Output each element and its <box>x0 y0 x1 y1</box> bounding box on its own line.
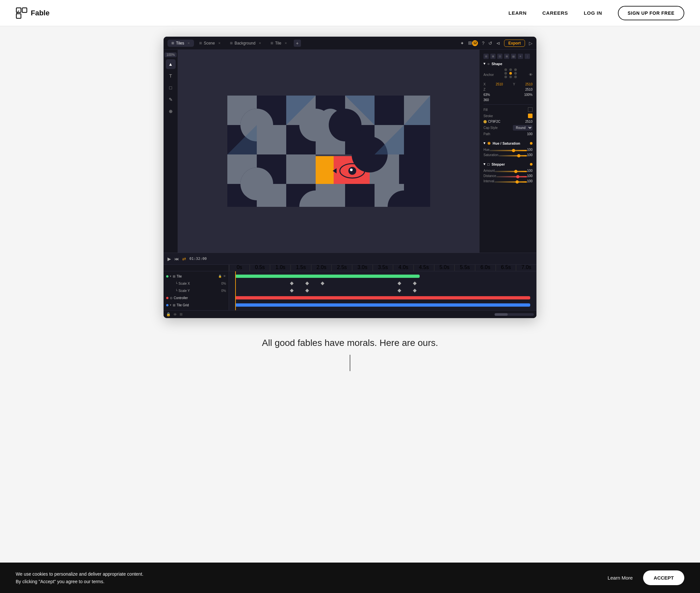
anchor-dot-tl[interactable] <box>504 68 507 71</box>
sat-thumb[interactable] <box>517 154 521 157</box>
playhead[interactable] <box>235 271 236 310</box>
hue-label: Hue <box>484 148 489 152</box>
align-right-icon[interactable]: ⊡ <box>497 54 502 59</box>
cap-style-select[interactable]: Round <box>513 125 533 130</box>
rectangle-tool[interactable]: □ <box>166 83 176 93</box>
hue-slider[interactable] <box>489 150 527 151</box>
skip-back-button[interactable]: ⏮ <box>174 256 179 262</box>
align-center-icon[interactable]: ⊠ <box>490 54 496 59</box>
add-tab-button[interactable]: + <box>294 40 301 47</box>
scroll-bar[interactable] <box>495 313 534 316</box>
diamond-scaley-1[interactable] <box>290 289 293 292</box>
distance-thumb[interactable] <box>516 175 520 179</box>
hue-value[interactable]: 100 <box>527 148 533 152</box>
diamond-scalex-3[interactable] <box>321 281 324 285</box>
diamond-scalex-4[interactable] <box>398 281 401 285</box>
text-tool[interactable]: T <box>166 71 176 81</box>
zoom-indicator[interactable]: 100% <box>165 52 177 57</box>
lock-icon[interactable]: 🔒 <box>166 312 171 316</box>
fill-swatch[interactable] <box>528 107 533 112</box>
track-ctrl1-bar[interactable] <box>235 296 530 300</box>
nav-learn[interactable]: LEARN <box>509 10 527 16</box>
distance-slider[interactable] <box>496 176 527 177</box>
nav-login[interactable]: LOG IN <box>584 10 602 16</box>
scale-value[interactable]: 100% <box>524 93 533 96</box>
svg-rect-1 <box>22 8 27 12</box>
timeline-grid-icon[interactable]: ⊞ <box>179 312 182 316</box>
diamond-scaley-4[interactable] <box>413 289 416 292</box>
amount-value[interactable]: 100 <box>527 169 533 172</box>
track-tilegrid-bar[interactable] <box>235 303 530 307</box>
tab-background[interactable]: ⊞ Background ✕ <box>226 40 265 47</box>
stroke-width-value[interactable]: 2510 <box>525 120 533 123</box>
amount-thumb[interactable] <box>514 170 518 173</box>
y-value[interactable]: 2510 <box>525 82 533 86</box>
diamond-scaley-2[interactable] <box>305 289 309 292</box>
loop-button[interactable]: ⇄ <box>182 256 186 262</box>
play-button[interactable]: ▶ <box>167 256 171 262</box>
align-left-icon[interactable]: ⊟ <box>484 54 489 59</box>
tab-tile[interactable]: ⊞ Tile ✕ <box>266 40 291 47</box>
scroll-thumb[interactable] <box>495 313 508 316</box>
interval-value[interactable]: 100 <box>527 179 533 183</box>
path-value[interactable]: 100 <box>527 132 533 136</box>
diamond-scalex-1[interactable] <box>290 281 293 285</box>
tab-tile-close[interactable]: ✕ <box>285 42 287 45</box>
timeline-bottom: 🔒 👁 ⊞ <box>164 310 536 318</box>
sat-slider[interactable] <box>498 155 527 156</box>
timeline-labels: ▾ ⊞ Tile 🔒 👁 └ Scale X 0% └ Scale Y <box>164 271 229 310</box>
signup-button[interactable]: SIGN UP FOR FREE <box>618 6 684 20</box>
share-icon[interactable]: ⊲ <box>496 41 500 46</box>
logo[interactable]: Fable <box>16 7 49 19</box>
diamond-scalex-2[interactable] <box>305 281 309 285</box>
preview-icon[interactable]: ▷ <box>529 41 533 46</box>
hue-thumb[interactable] <box>512 149 515 152</box>
anchor-dot-tr[interactable] <box>514 68 517 71</box>
sat-value[interactable]: 100 <box>527 153 533 157</box>
diamond-scalex-5[interactable] <box>413 281 416 285</box>
rotation-value[interactable]: 360 <box>484 98 489 102</box>
svg-rect-36 <box>399 154 430 184</box>
diamond-scaley-3[interactable] <box>398 289 401 292</box>
tab-bg-close[interactable]: ✕ <box>259 42 261 45</box>
anchor-dot-ml[interactable] <box>504 72 507 75</box>
visibility-icon[interactable]: 👁 <box>529 73 533 77</box>
export-button[interactable]: Export <box>504 40 525 47</box>
align-bottom-icon[interactable]: ≡ <box>518 54 523 59</box>
stroke-color-display[interactable]: CF9F2C <box>484 120 500 123</box>
opacity-value[interactable]: 63% <box>484 93 490 96</box>
anchor-dot-bl[interactable] <box>504 76 507 78</box>
anchor-dot-br[interactable] <box>514 76 517 78</box>
tl-tile-vis[interactable]: 👁 <box>223 275 226 278</box>
tab-tiles[interactable]: ⊞ Tiles ✕ <box>167 40 194 47</box>
anchor-dot-tc[interactable] <box>509 68 512 71</box>
tl-tile-expand[interactable]: ▾ <box>170 275 171 278</box>
amount-slider[interactable] <box>495 171 527 172</box>
pen-tool[interactable]: ✎ <box>166 94 176 105</box>
stroke-checkbox[interactable] <box>528 114 533 118</box>
interval-slider[interactable] <box>494 181 527 183</box>
nav-careers[interactable]: CAREERS <box>542 10 568 16</box>
distribute-icon[interactable]: ⋮ <box>525 54 530 59</box>
distance-value[interactable]: 100 <box>527 174 533 178</box>
tab-tiles-close[interactable]: ✕ <box>188 42 190 45</box>
tl-tile-lock[interactable]: 🔒 <box>218 275 222 278</box>
history-icon[interactable]: ↺ <box>488 41 492 46</box>
align-top-icon[interactable]: ⊞ <box>504 54 509 59</box>
align-middle-icon[interactable]: ▤ <box>511 54 516 59</box>
select-tool[interactable]: ▲ <box>166 59 176 69</box>
z-value[interactable]: 2510 <box>525 88 533 91</box>
tl-tilegrid-expand[interactable]: ▾ <box>170 303 171 307</box>
x-value[interactable]: 2510 <box>496 82 503 86</box>
help-icon[interactable]: ? <box>482 41 485 46</box>
timeline-vis-icon[interactable]: 👁 <box>173 313 177 316</box>
anchor-dot-mc[interactable] <box>509 72 512 75</box>
transform-tool[interactable]: ⊕ <box>166 106 176 116</box>
tab-scene[interactable]: ⊞ Scene ✕ <box>195 40 225 47</box>
anchor-grid <box>504 68 518 78</box>
anchor-dot-mr[interactable] <box>514 72 517 75</box>
track-tile-bar[interactable] <box>235 275 420 278</box>
interval-thumb[interactable] <box>516 180 519 184</box>
tab-scene-close[interactable]: ✕ <box>218 42 221 45</box>
anchor-dot-bc[interactable] <box>509 76 512 78</box>
